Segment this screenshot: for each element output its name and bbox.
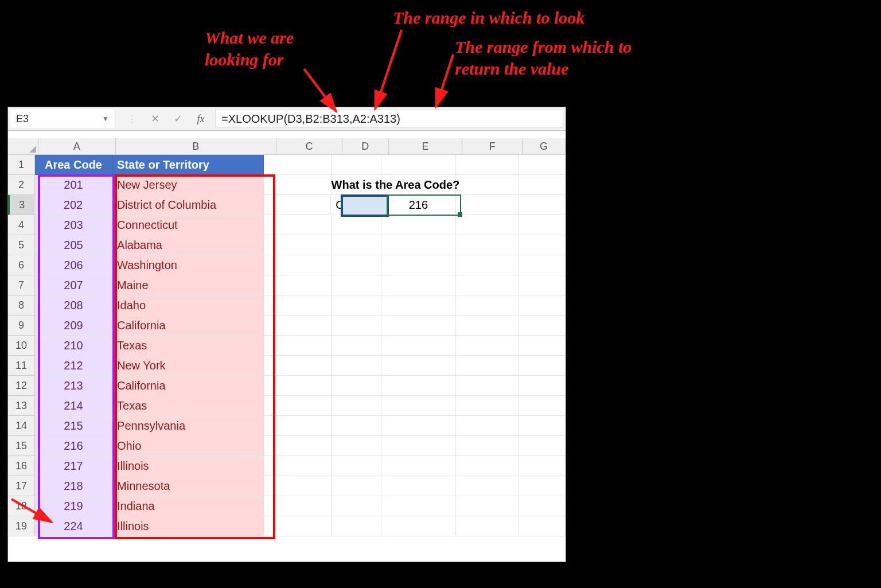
cell[interactable] <box>332 356 382 376</box>
row-header[interactable]: 18 <box>8 496 35 516</box>
cell[interactable] <box>381 376 456 396</box>
cell[interactable] <box>381 456 456 476</box>
cell[interactable] <box>332 336 382 356</box>
cell[interactable] <box>456 295 519 316</box>
cell-state[interactable]: Alabama <box>112 235 264 255</box>
cell-area-code[interactable]: 212 <box>35 356 112 376</box>
name-box[interactable]: E3 ▼ <box>10 110 115 128</box>
cell-state[interactable]: Washington <box>112 255 264 275</box>
row-header[interactable]: 5 <box>8 235 35 255</box>
cell[interactable] <box>332 255 382 275</box>
cell[interactable] <box>264 396 332 416</box>
cell-state[interactable]: Pennsylvania <box>112 416 264 436</box>
cell-state[interactable]: Illinois <box>112 456 264 476</box>
col-header[interactable]: F <box>462 138 523 154</box>
cell[interactable] <box>456 436 519 456</box>
cell[interactable] <box>264 175 332 195</box>
cell[interactable] <box>264 456 332 476</box>
cell-state[interactable]: Connecticut <box>112 215 264 235</box>
cell[interactable] <box>519 235 566 255</box>
col-header[interactable]: A <box>38 138 116 154</box>
cell[interactable] <box>264 496 332 516</box>
col-header[interactable]: B <box>116 138 276 154</box>
cell-state[interactable]: Idaho <box>112 295 264 316</box>
cell[interactable] <box>519 396 566 416</box>
cell[interactable] <box>456 175 519 195</box>
cell-area-code[interactable]: 203 <box>35 215 112 235</box>
cell[interactable] <box>456 516 519 536</box>
cell[interactable] <box>456 316 519 336</box>
row-header[interactable]: 14 <box>8 416 35 436</box>
cell[interactable] <box>381 356 456 376</box>
row-header[interactable]: 10 <box>8 336 35 356</box>
row-header[interactable]: 8 <box>8 295 35 316</box>
cell-area-code[interactable]: 208 <box>35 295 112 316</box>
cell[interactable] <box>381 275 456 295</box>
cell[interactable] <box>519 496 566 516</box>
cell[interactable] <box>264 436 332 456</box>
cell-area-code[interactable]: 219 <box>35 496 112 516</box>
cell[interactable] <box>519 295 566 316</box>
cell[interactable] <box>456 456 519 476</box>
cell[interactable] <box>381 316 456 336</box>
col-header[interactable]: E <box>389 138 463 154</box>
cell[interactable] <box>264 376 332 396</box>
cell[interactable] <box>381 436 456 456</box>
cell[interactable] <box>332 416 382 436</box>
cell[interactable] <box>456 496 519 516</box>
cell-state[interactable]: District of Columbia <box>112 195 264 215</box>
cell-state[interactable]: California <box>112 376 264 396</box>
cell[interactable] <box>519 336 566 356</box>
cell[interactable] <box>332 215 382 235</box>
row-header[interactable]: 12 <box>8 376 35 396</box>
cell[interactable] <box>332 396 382 416</box>
cell-area-code[interactable]: 214 <box>35 396 112 416</box>
cell-state[interactable]: Ohio <box>112 436 264 456</box>
cell[interactable] <box>332 496 382 516</box>
cell[interactable] <box>519 255 566 275</box>
cell[interactable] <box>332 516 382 536</box>
cell-state[interactable]: Illinois <box>112 516 264 536</box>
row-header[interactable]: 15 <box>8 436 35 456</box>
cell[interactable] <box>332 295 382 316</box>
cell[interactable] <box>332 456 382 476</box>
cell[interactable] <box>332 235 382 255</box>
cell[interactable] <box>264 336 332 356</box>
cell[interactable] <box>264 155 332 175</box>
cell-state[interactable]: Minnesota <box>112 476 264 496</box>
cell[interactable] <box>381 215 456 235</box>
confirm-icon[interactable]: ✓ <box>171 112 184 125</box>
cell[interactable] <box>456 195 519 215</box>
cell[interactable] <box>456 235 519 255</box>
cell[interactable] <box>519 416 566 436</box>
cell[interactable] <box>519 376 566 396</box>
spreadsheet-grid[interactable]: A B C D E F G 1 Area Code State or Terri… <box>8 138 566 562</box>
row-header[interactable]: 6 <box>8 255 35 275</box>
cell[interactable] <box>456 155 519 175</box>
row-header[interactable]: 7 <box>8 275 35 295</box>
cell-area-code[interactable]: 206 <box>35 255 112 275</box>
cell[interactable] <box>264 215 332 235</box>
cell[interactable] <box>332 155 382 175</box>
col-header[interactable]: C <box>276 138 342 154</box>
cell[interactable] <box>264 356 332 376</box>
row-header[interactable]: 1 <box>8 155 35 175</box>
cell[interactable] <box>381 235 456 255</box>
cell-area-code[interactable]: 218 <box>35 476 112 496</box>
cell-state[interactable]: Maine <box>112 275 264 295</box>
cell[interactable] <box>264 316 332 336</box>
cell[interactable] <box>264 275 332 295</box>
cell-state[interactable]: Texas <box>112 336 264 356</box>
cell-state[interactable]: New Jersey <box>112 175 264 195</box>
cell[interactable] <box>381 155 456 175</box>
cell[interactable] <box>519 516 566 536</box>
fx-icon[interactable]: fx <box>194 113 207 125</box>
row-header[interactable]: 16 <box>8 456 35 476</box>
cell[interactable] <box>332 316 382 336</box>
row-header[interactable]: 9 <box>8 316 35 336</box>
cell[interactable] <box>456 356 519 376</box>
cell-state[interactable]: New York <box>112 356 264 376</box>
cell-area-code[interactable]: 201 <box>35 175 112 195</box>
cell[interactable] <box>456 255 519 275</box>
cell[interactable] <box>264 255 332 275</box>
